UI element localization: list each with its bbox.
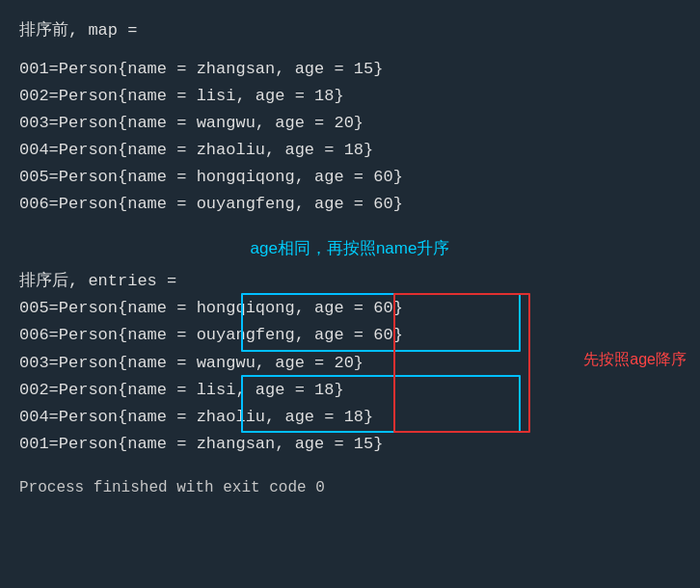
annotation-top-text: age相同，再按照name升序 [251,235,450,262]
after-line-3: 002=Person{name = lisi, age = 18} [19,377,681,404]
before-lines-block: 001=Person{name = zhangsan, age = 15}002… [19,56,681,218]
before-line: 002=Person{name = lisi, age = 18} [19,83,681,110]
after-header: 排序后, entries = [19,268,681,295]
code-output: 排序前, map = 001=Person{name = zhangsan, a… [19,17,681,500]
annotation-row: age相同，再按照name升序 [19,235,681,262]
before-line: 004=Person{name = zhaoliu, age = 18} [19,137,681,164]
before-header: 排序前, map = [19,17,681,44]
after-line-0: 005=Person{name = hongqiqong, age = 60} [19,295,681,322]
after-line-2: 003=Person{name = wangwu, age = 20} [19,350,681,377]
before-line: 003=Person{name = wangwu, age = 20} [19,110,681,137]
before-line: 001=Person{name = zhangsan, age = 15} [19,56,681,83]
before-line: 006=Person{name = ouyangfeng, age = 60} [19,191,681,218]
process-line: Process finished with exit code 0 [19,475,681,500]
after-line-5: 001=Person{name = zhangsan, age = 15} [19,431,681,458]
before-line: 005=Person{name = hongqiqong, age = 60} [19,164,681,191]
after-lines-block: 005=Person{name = hongqiqong, age = 60}0… [19,295,681,457]
after-line-4: 004=Person{name = zhaoliu, age = 18} [19,404,681,431]
sorted-section: 005=Person{name = hongqiqong, age = 60}0… [19,295,681,457]
after-line-1: 006=Person{name = ouyangfeng, age = 60} [19,322,681,349]
annotation-right-text: 先按照age降序 [583,350,687,370]
